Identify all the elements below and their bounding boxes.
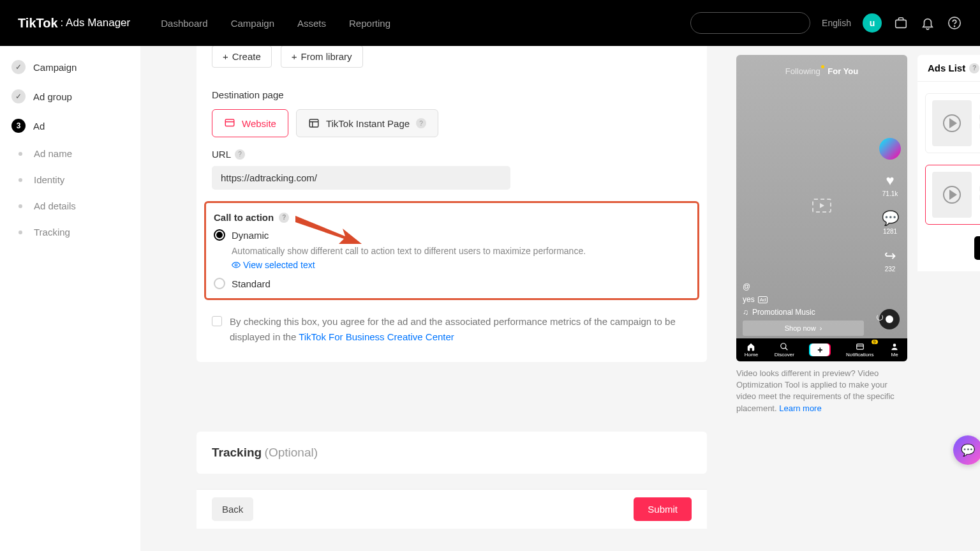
help-icon[interactable]: ? (416, 118, 426, 128)
phone-side-icons: ♥ 71.1k 💬 1281 ↪ 232 (879, 138, 901, 273)
tab-label: TikTok Instant Page (326, 118, 410, 129)
spinning-disc-icon (879, 309, 900, 329)
label-text: Call to action (214, 212, 274, 223)
tracking-optional: (Optional) (265, 446, 318, 459)
dot-icon (19, 178, 22, 182)
cta-highlight-box: Call to action ? Dynamic Automatically s… (204, 201, 699, 300)
at-handle: @ (743, 282, 901, 291)
substep-addetails[interactable]: Ad details (0, 193, 140, 219)
ad-preview: Following For You ♥ 71.1k 💬 1281 ↪ 232 (736, 55, 907, 414)
svg-point-8 (893, 343, 896, 347)
music-text: Promotional Music (752, 308, 815, 317)
cta-radio-dynamic[interactable]: Dynamic (214, 229, 690, 241)
comment-count: 1281 (882, 228, 899, 235)
substep-label: Ad name (34, 148, 72, 159)
back-button[interactable]: Back (212, 497, 253, 521)
home-icon (746, 342, 755, 351)
tracking-title: Tracking (212, 446, 262, 459)
ads-list-body: Name Name (917, 82, 980, 271)
preview-note: Video looks different in preview? Video … (736, 368, 907, 414)
nav-dashboard[interactable]: Dashboard (161, 18, 207, 29)
nav-reporting[interactable]: Reporting (349, 18, 390, 29)
chat-icon: 💬 (961, 443, 975, 457)
topbar-right: English u (690, 12, 962, 34)
phone-bottom-info: @ yes Ad ♫ Promotional Music Shop now› (743, 282, 901, 336)
step-label: Ad group (33, 91, 72, 102)
tab-following: Following (785, 66, 820, 76)
briefcase-icon[interactable] (893, 15, 909, 31)
svg-rect-7 (857, 344, 864, 349)
sidebar: ✓ Campaign ✓ Ad group 3 Ad Ad name Ident… (0, 46, 140, 551)
destination-section-title: Destination page (197, 89, 707, 100)
shop-now-button: Shop now› (743, 321, 864, 336)
top-nav: Dashboard Campaign Assets Reporting (161, 18, 390, 29)
phone-tabbar: Home Discover + 9 Notifications Me (736, 338, 907, 361)
radio-icon (214, 229, 225, 241)
substep-tracking[interactable]: Tracking (0, 219, 140, 245)
like-count: 71.1k (882, 190, 898, 197)
ad-badge-icon: Ad (758, 296, 768, 303)
create-button[interactable]: +Create (212, 46, 272, 68)
step-ad[interactable]: 3 Ad (0, 111, 140, 140)
substep-identity[interactable]: Identity (0, 167, 140, 193)
bottom-action-bar: Back Submit (197, 489, 707, 529)
step-label: Ad (33, 121, 45, 132)
avatar[interactable]: u (863, 13, 882, 33)
step-adgroup[interactable]: ✓ Ad group (0, 82, 140, 111)
person-icon (890, 342, 899, 351)
url-input[interactable] (212, 166, 510, 190)
submit-button[interactable]: Submit (634, 497, 692, 521)
check-icon: ✓ (11, 60, 26, 74)
creative-center-link[interactable]: TikTok For Business Creative Center (299, 331, 454, 342)
dot-icon (19, 204, 22, 208)
comment-icon: 💬 (882, 210, 899, 227)
learn-more-link[interactable]: Learn more (779, 404, 821, 413)
button-label: From library (301, 51, 352, 62)
video-placeholder-icon (812, 199, 831, 213)
brand-name: TikTok (18, 16, 58, 31)
main-area: +Create +From library Destination page W… (140, 46, 980, 551)
play-icon (949, 118, 957, 128)
profile-icon (879, 138, 901, 160)
radio-icon (214, 278, 225, 289)
help-icon[interactable]: ? (235, 149, 245, 160)
agree-row: By checking this box, you agree for the … (197, 300, 707, 344)
globe-icon (224, 117, 235, 129)
search-pill[interactable] (690, 12, 810, 34)
nav-campaign[interactable]: Campaign (231, 18, 274, 29)
svg-rect-4 (309, 119, 318, 127)
step-label: Campaign (33, 62, 77, 73)
music-note-icon: ♫ (743, 308, 748, 317)
destination-tab-instant[interactable]: TikTok Instant Page ? (296, 109, 438, 137)
svg-rect-3 (225, 119, 234, 126)
tag-text: yes (743, 295, 755, 304)
plus-button: + (810, 343, 829, 356)
help-icon[interactable]: ? (969, 63, 979, 73)
ad-thumbnail (932, 172, 972, 218)
nav-assets[interactable]: Assets (297, 18, 326, 29)
agree-checkbox[interactable] (212, 316, 222, 326)
language-button[interactable]: English (822, 18, 851, 28)
cta-radio-standard[interactable]: Standard (214, 278, 690, 289)
ad-item[interactable]: Name (925, 93, 980, 153)
add-ad-button[interactable]: + Add (974, 236, 980, 260)
svg-rect-0 (896, 20, 907, 27)
brand-logo[interactable]: TikTok: Ads Manager (18, 16, 130, 31)
tab-label: Website (242, 118, 276, 129)
svg-point-6 (781, 343, 786, 349)
view-selected-text-link[interactable]: View selected text (232, 260, 690, 270)
radio-label: Dynamic (232, 230, 269, 241)
destination-tab-website[interactable]: Website (212, 109, 288, 137)
substep-adname[interactable]: Ad name (0, 140, 140, 167)
help-icon[interactable] (947, 15, 962, 31)
chat-fab[interactable]: 💬 (953, 435, 980, 465)
ads-list-panel: Ads List ? Total x 2 Name (917, 55, 980, 271)
help-icon[interactable]: ? (279, 213, 289, 223)
ad-item[interactable]: Name (925, 165, 980, 225)
step-campaign[interactable]: ✓ Campaign (0, 52, 140, 82)
from-library-button[interactable]: +From library (281, 46, 363, 68)
search-icon (780, 342, 789, 351)
phone-mockup: Following For You ♥ 71.1k 💬 1281 ↪ 232 (736, 55, 907, 361)
bell-icon[interactable] (920, 15, 935, 31)
tab-foryou: For You (828, 66, 858, 76)
